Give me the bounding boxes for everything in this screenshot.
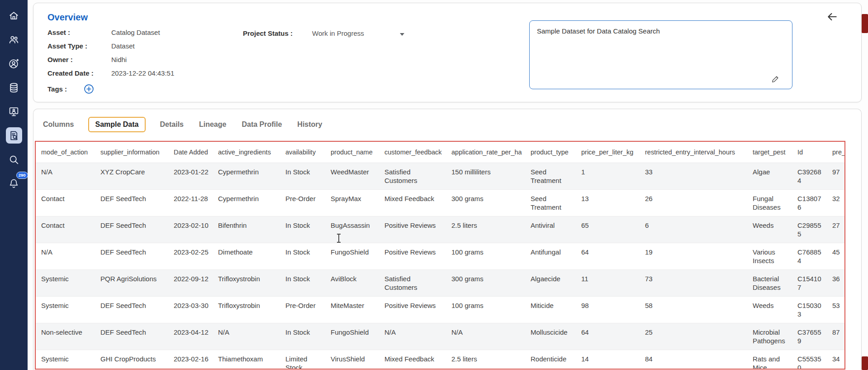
column-header: price_per_liter_kg xyxy=(576,142,640,163)
table-cell: Dimethoate xyxy=(213,243,280,270)
tab-history[interactable]: History xyxy=(296,118,323,131)
table-cell: AviBlock xyxy=(325,270,379,297)
field-value: Nidhi xyxy=(111,56,127,63)
table-cell: Rodenticide xyxy=(525,350,576,370)
tab-details[interactable]: Details xyxy=(159,118,185,131)
workstation-icon xyxy=(8,106,19,117)
table-cell: Satisfied Customers xyxy=(379,163,446,190)
table-cell: Limited Stock xyxy=(280,350,325,370)
sidebar-item-home[interactable] xyxy=(6,7,22,24)
tags-row: Tags : xyxy=(47,84,94,94)
sidebar-item-users[interactable] xyxy=(6,31,22,48)
table-cell: 6 xyxy=(640,216,747,243)
scrollbar-thumb-bottom[interactable] xyxy=(862,356,868,370)
table-cell: 2023-02-25 xyxy=(168,243,213,270)
table-cell: Positive Reviews xyxy=(379,216,446,243)
field-created-date: Created Date : 2023-12-22 04:43:51 xyxy=(47,69,174,83)
column-header: availability xyxy=(280,142,325,163)
table-cell: 1 xyxy=(576,163,640,190)
field-label: Asset : xyxy=(47,29,111,36)
sidebar-item-workstation[interactable] xyxy=(6,103,22,120)
sidebar-item-user-status[interactable] xyxy=(6,55,22,72)
details-card: Columns Sample Data Details Lineage Data… xyxy=(33,109,862,370)
table-cell: DEF SeedTech xyxy=(95,190,168,216)
sidebar-item-catalog-search[interactable] xyxy=(6,127,22,144)
table-cell: 32 xyxy=(827,190,845,216)
column-header: application_rate_per_ha xyxy=(446,142,525,163)
overview-card: Overview Asset : Catalog Dataset Asset T… xyxy=(33,3,862,102)
sidebar-item-database[interactable] xyxy=(6,79,22,96)
table-cell: Pre-Order xyxy=(280,297,325,323)
back-button[interactable] xyxy=(825,10,840,24)
chevron-down-icon[interactable] xyxy=(400,33,404,36)
edit-description-button[interactable] xyxy=(771,75,780,84)
table-row: Non-selectiveDEF SeedTech2023-04-12N/AIn… xyxy=(36,323,845,350)
table-cell: Non-selective xyxy=(36,323,95,350)
table-cell: 19 xyxy=(640,243,747,270)
table-cell: 300 grams xyxy=(446,270,525,297)
tab-bar: Columns Sample Data Details Lineage Data… xyxy=(42,115,323,134)
table-cell: 300 grams xyxy=(446,190,525,216)
column-header: restricted_entry_interval_hours xyxy=(640,142,747,163)
table-cell: Contact xyxy=(36,216,95,243)
tab-lineage[interactable]: Lineage xyxy=(198,118,227,131)
table-cell: 36 xyxy=(827,270,845,297)
scrollbar-thumb-top[interactable] xyxy=(862,14,868,33)
search-icon xyxy=(8,154,19,165)
table-cell: Seed Treatment xyxy=(525,163,576,190)
table-cell: C768854 xyxy=(792,243,827,270)
sidebar-item-notifications[interactable]: 290 xyxy=(6,175,22,192)
project-status-select[interactable]: Work in Progress xyxy=(312,29,364,37)
table-cell: Systemic xyxy=(36,350,95,370)
table-cell: 2023-01-22 xyxy=(168,163,213,190)
column-header: product_type xyxy=(525,142,576,163)
table-cell: DEF SeedTech xyxy=(95,297,168,323)
table-cell: Systemic xyxy=(36,297,95,323)
table-cell: 2022-09-12 xyxy=(168,270,213,297)
table-row: N/ADEF SeedTech2023-02-25DimethoateIn St… xyxy=(36,243,845,270)
table-row: ContactDEF SeedTech2023-02-10BifenthrinI… xyxy=(36,216,845,243)
table-cell: DEF SeedTech xyxy=(95,323,168,350)
project-status-label: Project Status : xyxy=(243,29,293,37)
table-cell: 13 xyxy=(576,190,640,216)
table-cell: In Stock xyxy=(280,270,325,297)
add-tag-button[interactable] xyxy=(84,84,94,94)
table-cell: N/A xyxy=(36,163,95,190)
sidebar: 290 xyxy=(0,0,28,370)
table-row: SystemicDEF SeedTech2023-03-30Trifloxyst… xyxy=(36,297,845,323)
table-cell: Weeds xyxy=(747,216,792,243)
table-cell: VirusShield xyxy=(325,350,379,370)
notification-badge: 290 xyxy=(16,172,28,179)
tab-data-profile[interactable]: Data Profile xyxy=(241,118,283,131)
table-cell: 84 xyxy=(640,350,747,370)
tab-columns[interactable]: Columns xyxy=(42,118,75,131)
table-cell: In Stock xyxy=(280,323,325,350)
field-owner: Owner : Nidhi xyxy=(47,56,174,69)
table-cell: Pre-Order xyxy=(280,190,325,216)
table-header-row: mode_of_actionsupplier_informationDate A… xyxy=(36,142,845,163)
text-cursor-pointer xyxy=(338,234,339,242)
table-cell: In Stock xyxy=(280,216,325,243)
column-header: product_name xyxy=(325,142,379,163)
table-cell: Cypermethrin xyxy=(213,190,280,216)
description-textarea[interactable]: Sample Dataset for Data Catalog Search xyxy=(529,20,792,89)
back-arrow-icon xyxy=(826,11,838,23)
table-cell: Miticide xyxy=(525,297,576,323)
table-cell: Bacterial Diseases xyxy=(747,270,792,297)
table-cell: 97 xyxy=(827,163,845,190)
table-cell: N/A xyxy=(213,323,280,350)
table-cell: Rats and Mice xyxy=(747,350,792,370)
table-cell: 26 xyxy=(640,190,747,216)
table-cell: 2023-03-30 xyxy=(168,297,213,323)
table-cell: 98 xyxy=(576,297,640,323)
table-cell: C138076 xyxy=(792,190,827,216)
tab-sample-data[interactable]: Sample Data xyxy=(88,117,145,132)
table-cell: 2022-11-28 xyxy=(168,190,213,216)
table-cell: C376559 xyxy=(792,323,827,350)
table-cell: Positive Reviews xyxy=(379,243,446,270)
sidebar-item-search[interactable] xyxy=(6,151,22,168)
table-cell: Systemic xyxy=(36,270,95,297)
table-row: SystemicGHI CropProducts2023-02-16Thiame… xyxy=(36,350,845,370)
table-cell: C154107 xyxy=(792,270,827,297)
table-cell: Seed Treatment xyxy=(525,190,576,216)
